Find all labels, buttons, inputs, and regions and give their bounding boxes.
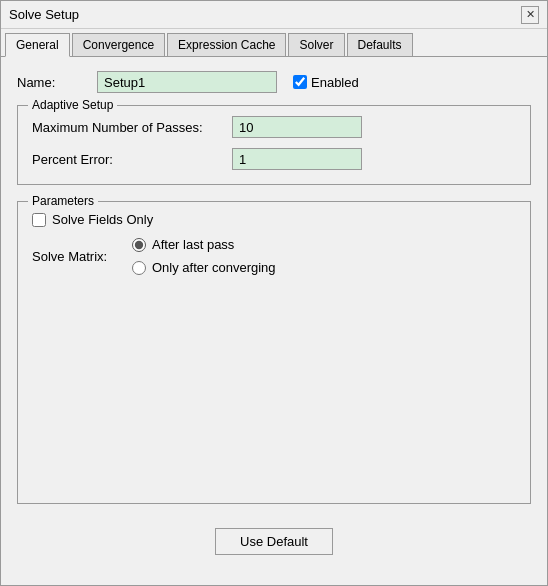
radio-only-after-converging-label: Only after converging [152,260,276,275]
solve-matrix-label: Solve Matrix: [32,249,132,264]
enabled-label: Enabled [311,75,359,90]
tab-solver[interactable]: Solver [288,33,344,56]
radio-after-last-pass[interactable]: After last pass [132,237,276,252]
parameters-title: Parameters [28,194,98,208]
adaptive-setup-title: Adaptive Setup [28,98,117,112]
name-input[interactable] [97,71,277,93]
title-bar: Solve Setup ✕ [1,1,547,29]
main-content: Name: Enabled Adaptive Setup Maximum Num… [1,57,547,585]
tab-convergence[interactable]: Convergence [72,33,165,56]
enabled-checkbox-label[interactable]: Enabled [293,75,359,90]
name-label: Name: [17,75,97,90]
radio-after-last-pass-input[interactable] [132,238,146,252]
max-passes-row: Maximum Number of Passes: [32,116,516,138]
solve-setup-window: Solve Setup ✕ General Convergence Expres… [0,0,548,586]
solve-matrix-row: Solve Matrix: After last pass Only after… [32,237,516,275]
max-passes-input[interactable] [232,116,362,138]
solve-fields-only-checkbox[interactable] [32,213,46,227]
adaptive-setup-group: Adaptive Setup Maximum Number of Passes:… [17,105,531,185]
tab-expression-cache[interactable]: Expression Cache [167,33,286,56]
solve-matrix-options: After last pass Only after converging [132,237,276,275]
parameters-group: Parameters Solve Fields Only Solve Matri… [17,201,531,504]
close-button[interactable]: ✕ [521,6,539,24]
use-default-button[interactable]: Use Default [215,528,333,555]
tab-general[interactable]: General [5,33,70,57]
footer: Use Default [17,520,531,571]
radio-only-after-converging-input[interactable] [132,261,146,275]
percent-error-input[interactable] [232,148,362,170]
tab-defaults[interactable]: Defaults [347,33,413,56]
tab-bar: General Convergence Expression Cache Sol… [1,29,547,57]
percent-error-row: Percent Error: [32,148,516,170]
solve-fields-only-label: Solve Fields Only [52,212,153,227]
name-row: Name: Enabled [17,71,531,93]
solve-fields-only-row[interactable]: Solve Fields Only [32,212,516,227]
radio-only-after-converging[interactable]: Only after converging [132,260,276,275]
max-passes-label: Maximum Number of Passes: [32,120,232,135]
radio-after-last-pass-label: After last pass [152,237,234,252]
enabled-checkbox[interactable] [293,75,307,89]
window-title: Solve Setup [9,7,79,22]
percent-error-label: Percent Error: [32,152,232,167]
